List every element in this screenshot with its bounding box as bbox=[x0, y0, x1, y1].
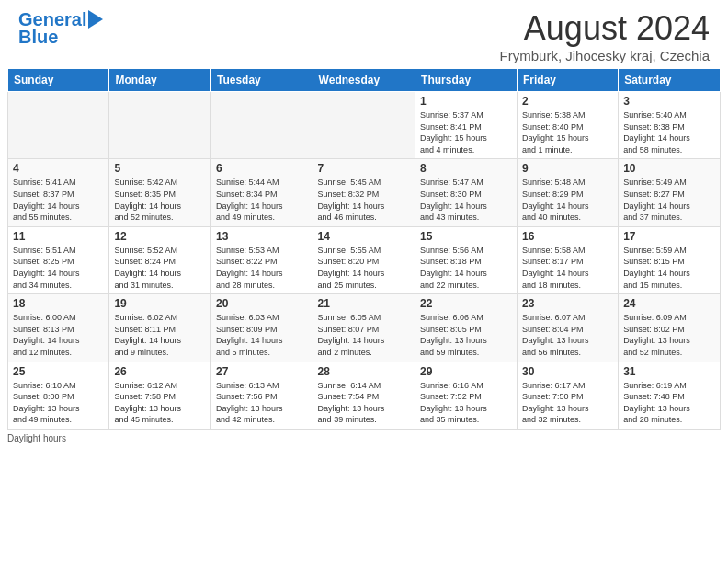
day-number: 18 bbox=[13, 297, 104, 310]
calendar-day: 19Sunrise: 6:02 AM Sunset: 8:11 PM Dayli… bbox=[109, 294, 211, 362]
header-tuesday: Tuesday bbox=[210, 69, 313, 92]
header-wednesday: Wednesday bbox=[313, 69, 415, 92]
day-number: 23 bbox=[522, 297, 613, 310]
day-info: Sunrise: 5:56 AM Sunset: 8:18 PM Dayligh… bbox=[420, 245, 512, 291]
day-info: Sunrise: 5:53 AM Sunset: 8:22 PM Dayligh… bbox=[216, 245, 308, 291]
day-number: 5 bbox=[114, 162, 206, 175]
calendar-day: 21Sunrise: 6:05 AM Sunset: 8:07 PM Dayli… bbox=[313, 294, 415, 362]
calendar-week-row: 1Sunrise: 5:37 AM Sunset: 8:41 PM Daylig… bbox=[8, 92, 721, 159]
calendar-day: 28Sunrise: 6:14 AM Sunset: 7:54 PM Dayli… bbox=[313, 362, 415, 429]
day-info: Sunrise: 6:13 AM Sunset: 7:56 PM Dayligh… bbox=[216, 380, 308, 426]
day-number: 13 bbox=[216, 230, 308, 243]
day-info: Sunrise: 6:16 AM Sunset: 7:52 PM Dayligh… bbox=[420, 380, 512, 426]
day-number: 4 bbox=[13, 162, 104, 175]
calendar-day: 15Sunrise: 5:56 AM Sunset: 8:18 PM Dayli… bbox=[415, 226, 518, 293]
day-number: 22 bbox=[420, 297, 512, 310]
day-number: 12 bbox=[114, 230, 206, 243]
logo-triangle-icon bbox=[88, 10, 103, 29]
calendar-day: 20Sunrise: 6:03 AM Sunset: 8:09 PM Dayli… bbox=[210, 294, 313, 362]
day-info: Sunrise: 6:12 AM Sunset: 7:58 PM Dayligh… bbox=[114, 380, 206, 426]
day-number: 30 bbox=[522, 365, 613, 378]
day-number: 1 bbox=[420, 95, 512, 108]
calendar-day bbox=[313, 92, 415, 159]
day-info: Sunrise: 5:58 AM Sunset: 8:17 PM Dayligh… bbox=[522, 245, 613, 291]
calendar-day: 29Sunrise: 6:16 AM Sunset: 7:52 PM Dayli… bbox=[415, 362, 518, 429]
day-info: Sunrise: 5:41 AM Sunset: 8:37 PM Dayligh… bbox=[13, 177, 104, 223]
calendar-week-row: 11Sunrise: 5:51 AM Sunset: 8:25 PM Dayli… bbox=[8, 226, 721, 293]
calendar-wrapper: Sunday Monday Tuesday Wednesday Thursday… bbox=[0, 68, 728, 430]
day-info: Sunrise: 5:47 AM Sunset: 8:30 PM Dayligh… bbox=[420, 177, 512, 223]
calendar-day: 17Sunrise: 5:59 AM Sunset: 8:15 PM Dayli… bbox=[619, 226, 721, 293]
day-info: Sunrise: 5:49 AM Sunset: 8:27 PM Dayligh… bbox=[623, 177, 715, 223]
calendar-day: 14Sunrise: 5:55 AM Sunset: 8:20 PM Dayli… bbox=[313, 226, 415, 293]
day-number: 20 bbox=[216, 297, 308, 310]
calendar-day: 18Sunrise: 6:00 AM Sunset: 8:13 PM Dayli… bbox=[8, 294, 109, 362]
day-number: 16 bbox=[522, 230, 613, 243]
svg-marker-0 bbox=[88, 10, 103, 29]
day-info: Sunrise: 5:52 AM Sunset: 8:24 PM Dayligh… bbox=[114, 245, 206, 291]
header-thursday: Thursday bbox=[415, 69, 518, 92]
calendar-day: 23Sunrise: 6:07 AM Sunset: 8:04 PM Dayli… bbox=[518, 294, 619, 362]
title-section: August 2024 Frymburk, Jihocesky kraj, Cz… bbox=[500, 9, 710, 63]
day-info: Sunrise: 5:51 AM Sunset: 8:25 PM Dayligh… bbox=[13, 245, 104, 291]
calendar-week-row: 25Sunrise: 6:10 AM Sunset: 8:00 PM Dayli… bbox=[8, 362, 721, 429]
day-info: Sunrise: 6:06 AM Sunset: 8:05 PM Dayligh… bbox=[420, 312, 512, 358]
day-info: Sunrise: 5:38 AM Sunset: 8:40 PM Dayligh… bbox=[522, 109, 613, 155]
calendar-day: 1Sunrise: 5:37 AM Sunset: 8:41 PM Daylig… bbox=[415, 92, 518, 159]
day-info: Sunrise: 6:17 AM Sunset: 7:50 PM Dayligh… bbox=[522, 380, 613, 426]
day-info: Sunrise: 5:40 AM Sunset: 8:38 PM Dayligh… bbox=[623, 109, 715, 155]
calendar-day: 16Sunrise: 5:58 AM Sunset: 8:17 PM Dayli… bbox=[518, 226, 619, 293]
calendar-day bbox=[8, 92, 109, 159]
footer: Daylight hours bbox=[0, 430, 728, 447]
day-info: Sunrise: 6:10 AM Sunset: 8:00 PM Dayligh… bbox=[13, 380, 104, 426]
day-number: 11 bbox=[13, 230, 104, 243]
calendar-table: Sunday Monday Tuesday Wednesday Thursday… bbox=[7, 68, 721, 430]
calendar-day bbox=[109, 92, 211, 159]
day-number: 31 bbox=[623, 365, 715, 378]
calendar-day: 24Sunrise: 6:09 AM Sunset: 8:02 PM Dayli… bbox=[619, 294, 721, 362]
day-info: Sunrise: 6:03 AM Sunset: 8:09 PM Dayligh… bbox=[216, 312, 308, 358]
day-info: Sunrise: 5:55 AM Sunset: 8:20 PM Dayligh… bbox=[318, 245, 410, 291]
day-info: Sunrise: 6:07 AM Sunset: 8:04 PM Dayligh… bbox=[522, 312, 613, 358]
calendar-day: 2Sunrise: 5:38 AM Sunset: 8:40 PM Daylig… bbox=[518, 92, 619, 159]
location: Frymburk, Jihocesky kraj, Czechia bbox=[500, 48, 710, 63]
logo: General Blue bbox=[18, 9, 103, 48]
calendar-day: 7Sunrise: 5:45 AM Sunset: 8:32 PM Daylig… bbox=[313, 159, 415, 226]
calendar-day: 5Sunrise: 5:42 AM Sunset: 8:35 PM Daylig… bbox=[109, 159, 211, 226]
calendar-day: 8Sunrise: 5:47 AM Sunset: 8:30 PM Daylig… bbox=[415, 159, 518, 226]
calendar-day bbox=[210, 92, 313, 159]
day-info: Sunrise: 5:59 AM Sunset: 8:15 PM Dayligh… bbox=[623, 245, 715, 291]
day-info: Sunrise: 6:14 AM Sunset: 7:54 PM Dayligh… bbox=[318, 380, 410, 426]
day-number: 14 bbox=[318, 230, 410, 243]
day-info: Sunrise: 5:44 AM Sunset: 8:34 PM Dayligh… bbox=[216, 177, 308, 223]
calendar-header-row: Sunday Monday Tuesday Wednesday Thursday… bbox=[8, 69, 721, 92]
day-number: 7 bbox=[318, 162, 410, 175]
calendar-week-row: 4Sunrise: 5:41 AM Sunset: 8:37 PM Daylig… bbox=[8, 159, 721, 226]
day-number: 25 bbox=[13, 365, 104, 378]
month-title: August 2024 bbox=[500, 9, 710, 48]
day-number: 3 bbox=[623, 95, 715, 108]
calendar-day: 13Sunrise: 5:53 AM Sunset: 8:22 PM Dayli… bbox=[210, 226, 313, 293]
day-number: 6 bbox=[216, 162, 308, 175]
day-info: Sunrise: 6:00 AM Sunset: 8:13 PM Dayligh… bbox=[13, 312, 104, 358]
calendar-day: 9Sunrise: 5:48 AM Sunset: 8:29 PM Daylig… bbox=[518, 159, 619, 226]
calendar-day: 25Sunrise: 6:10 AM Sunset: 8:00 PM Dayli… bbox=[8, 362, 109, 429]
daylight-label: Daylight hours bbox=[7, 433, 66, 443]
calendar-day: 3Sunrise: 5:40 AM Sunset: 8:38 PM Daylig… bbox=[619, 92, 721, 159]
calendar-day: 22Sunrise: 6:06 AM Sunset: 8:05 PM Dayli… bbox=[415, 294, 518, 362]
calendar-day: 26Sunrise: 6:12 AM Sunset: 7:58 PM Dayli… bbox=[109, 362, 211, 429]
day-info: Sunrise: 5:48 AM Sunset: 8:29 PM Dayligh… bbox=[522, 177, 613, 223]
day-number: 9 bbox=[522, 162, 613, 175]
day-info: Sunrise: 5:45 AM Sunset: 8:32 PM Dayligh… bbox=[318, 177, 410, 223]
header-saturday: Saturday bbox=[619, 69, 721, 92]
calendar-day: 27Sunrise: 6:13 AM Sunset: 7:56 PM Dayli… bbox=[210, 362, 313, 429]
calendar-day: 30Sunrise: 6:17 AM Sunset: 7:50 PM Dayli… bbox=[518, 362, 619, 429]
calendar-day: 11Sunrise: 5:51 AM Sunset: 8:25 PM Dayli… bbox=[8, 226, 109, 293]
day-info: Sunrise: 6:09 AM Sunset: 8:02 PM Dayligh… bbox=[623, 312, 715, 358]
day-number: 27 bbox=[216, 365, 308, 378]
page-container: General Blue August 2024 Frymburk, Jihoc… bbox=[0, 0, 728, 447]
day-info: Sunrise: 6:02 AM Sunset: 8:11 PM Dayligh… bbox=[114, 312, 206, 358]
calendar-week-row: 18Sunrise: 6:00 AM Sunset: 8:13 PM Dayli… bbox=[8, 294, 721, 362]
day-number: 28 bbox=[318, 365, 410, 378]
day-number: 15 bbox=[420, 230, 512, 243]
